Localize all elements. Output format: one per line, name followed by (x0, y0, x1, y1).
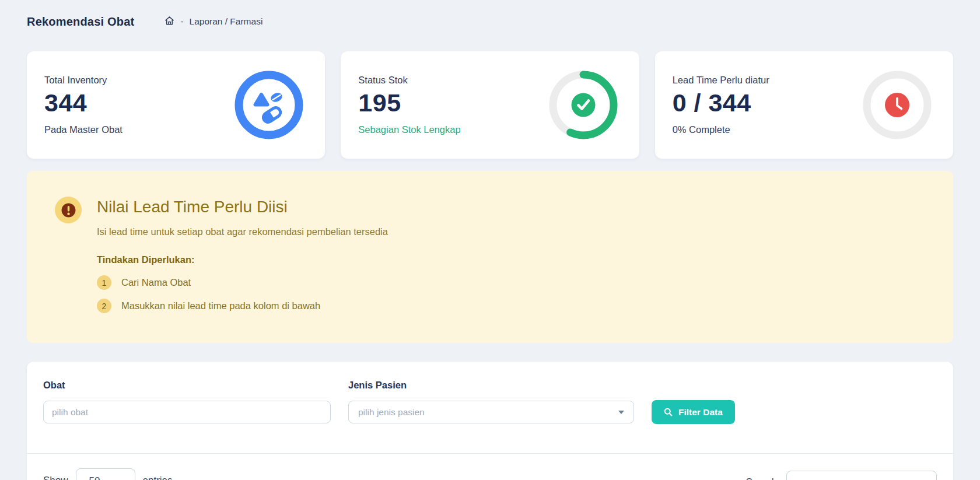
jenis-pasien-label: Jenis Pasien (348, 378, 634, 392)
stat-subtitle: Sebagian Stok Lengkap (358, 124, 460, 135)
filter-row: Obat Jenis Pasien pilih jenis pasien Fil… (43, 378, 937, 423)
stat-info: Lead Time Perlu diatur 0 / 344 0% Comple… (673, 75, 769, 135)
pills-icon (235, 71, 303, 139)
page-size-select[interactable]: 50 (76, 468, 135, 480)
breadcrumb[interactable]: - Laporan / Farmasi (164, 16, 262, 28)
show-label: Show (43, 475, 68, 480)
alert-description: Isi lead time untuk setiap obat agar rek… (97, 226, 388, 237)
breadcrumb-path[interactable]: Laporan / Farmasi (190, 16, 263, 27)
jenis-pasien-select[interactable]: pilih jenis pasien (348, 401, 634, 423)
stat-info: Total Inventory 344 Pada Master Obat (44, 75, 123, 135)
alert-step-2: 2 Masukkan nilai lead time pada kolom di… (97, 299, 388, 313)
check-progress-icon (549, 71, 618, 139)
warning-icon (55, 197, 82, 223)
jenis-pasien-field: Jenis Pasien pilih jenis pasien (348, 378, 634, 423)
chevron-down-icon (618, 411, 624, 414)
filter-table-panel: Obat Jenis Pasien pilih jenis pasien Fil… (27, 362, 953, 480)
lead-time-warning-banner: Nilai Lead Time Perlu Diisi Isi lead tim… (27, 171, 953, 343)
filter-button-label: Filter Data (678, 407, 723, 418)
step-number-badge: 2 (97, 299, 111, 313)
step-label: Cari Nama Obat (121, 277, 191, 288)
filter-data-button[interactable]: Filter Data (652, 400, 735, 424)
stat-label: Status Stok (358, 75, 460, 86)
table-search-control: Search: (746, 471, 937, 480)
obat-field: Obat (43, 378, 331, 423)
jenis-pasien-placeholder: pilih jenis pasien (358, 407, 425, 418)
step-number-badge: 1 (97, 275, 111, 290)
stat-card-status-stok: Status Stok 195 Sebagian Stok Lengkap (341, 51, 639, 159)
search-label: Search: (746, 477, 780, 480)
stat-cards-row: Total Inventory 344 Pada Master Obat (27, 51, 953, 159)
stat-card-lead-time: Lead Time Perlu diatur 0 / 344 0% Comple… (655, 51, 953, 159)
clock-progress-icon (863, 71, 932, 139)
step-label: Masukkan nilai lead time pada kolom di b… (121, 300, 320, 311)
stat-value: 195 (358, 89, 460, 117)
entries-label: entries (143, 475, 173, 480)
alert-actions-heading: Tindakan Diperlukan: (97, 254, 388, 265)
page-title: Rekomendasi Obat (27, 15, 134, 29)
table-controls-row: Show 50 entries Search: (43, 454, 937, 480)
stat-value: 0 / 344 (673, 89, 769, 117)
stat-label: Total Inventory (44, 75, 123, 86)
page: Rekomendasi Obat - Laporan / Farmasi Tot… (0, 0, 980, 480)
search-icon (664, 408, 673, 416)
alert-body: Nilai Lead Time Perlu Diisi Isi lead tim… (97, 195, 388, 318)
stat-label: Lead Time Perlu diatur (673, 75, 769, 86)
breadcrumb-separator: - (180, 16, 183, 27)
alert-step-1: 1 Cari Nama Obat (97, 275, 388, 290)
page-length-control: Show 50 entries (43, 467, 173, 480)
stat-subtitle: 0% Complete (673, 124, 769, 135)
page-header: Rekomendasi Obat - Laporan / Farmasi (27, 0, 953, 30)
stat-value: 344 (44, 89, 123, 117)
search-input[interactable] (786, 471, 937, 480)
stat-info: Status Stok 195 Sebagian Stok Lengkap (358, 75, 460, 135)
home-icon[interactable] (164, 16, 174, 28)
page-size-select-wrap: 50 (76, 468, 135, 480)
obat-label: Obat (43, 378, 331, 392)
alert-title: Nilai Lead Time Perlu Diisi (97, 198, 388, 216)
stat-subtitle: Pada Master Obat (44, 124, 123, 135)
obat-input[interactable] (43, 401, 331, 423)
stat-card-total-inventory: Total Inventory 344 Pada Master Obat (27, 51, 325, 159)
